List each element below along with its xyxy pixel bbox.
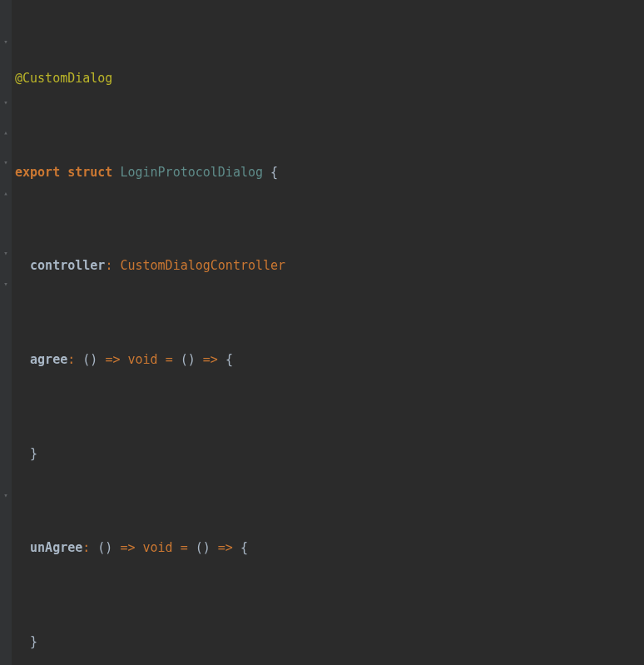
code-line[interactable]: @CustomDialog — [15, 64, 644, 94]
decorator-token: @CustomDialog — [15, 68, 112, 90]
fold-icon[interactable]: ▾ — [2, 159, 10, 167]
code-line[interactable]: } — [15, 627, 644, 657]
fold-icon[interactable]: ▴ — [2, 129, 10, 137]
code-line[interactable]: agree: () => void = () => { — [15, 345, 644, 375]
code-editor[interactable]: ▾ ▾ ▴ ▾ ▴ ▾ ▾ ▾ @CustomDialog export str… — [0, 0, 644, 665]
code-line[interactable]: } — [15, 439, 644, 469]
struct-name-token: LoginProtocolDialog — [120, 162, 263, 184]
property-token: unAgree — [30, 538, 82, 559]
code-line[interactable]: controller: CustomDialogController — [15, 251, 644, 281]
fold-icon[interactable]: ▾ — [2, 280, 10, 289]
fold-icon[interactable]: ▾ — [2, 250, 10, 258]
fold-icon[interactable]: ▴ — [2, 190, 10, 198]
fold-icon[interactable]: ▾ — [2, 492, 10, 500]
keyword-token: void — [127, 350, 157, 371]
code-area[interactable]: @CustomDialog export struct LoginProtoco… — [0, 0, 644, 665]
keyword-token: export — [15, 162, 60, 184]
property-token: controller — [30, 256, 105, 277]
code-line[interactable]: export struct LoginProtocolDialog { — [15, 157, 644, 187]
fold-icon[interactable]: ▾ — [2, 99, 10, 107]
keyword-token: struct — [67, 162, 112, 184]
keyword-token: void — [143, 538, 173, 559]
gutter: ▾ ▾ ▴ ▾ ▴ ▾ ▾ ▾ — [0, 0, 12, 665]
property-token: agree — [30, 350, 67, 371]
fold-icon[interactable]: ▾ — [2, 38, 10, 47]
type-token: CustomDialogController — [120, 256, 285, 277]
code-line[interactable]: unAgree: () => void = () => { — [15, 533, 644, 563]
